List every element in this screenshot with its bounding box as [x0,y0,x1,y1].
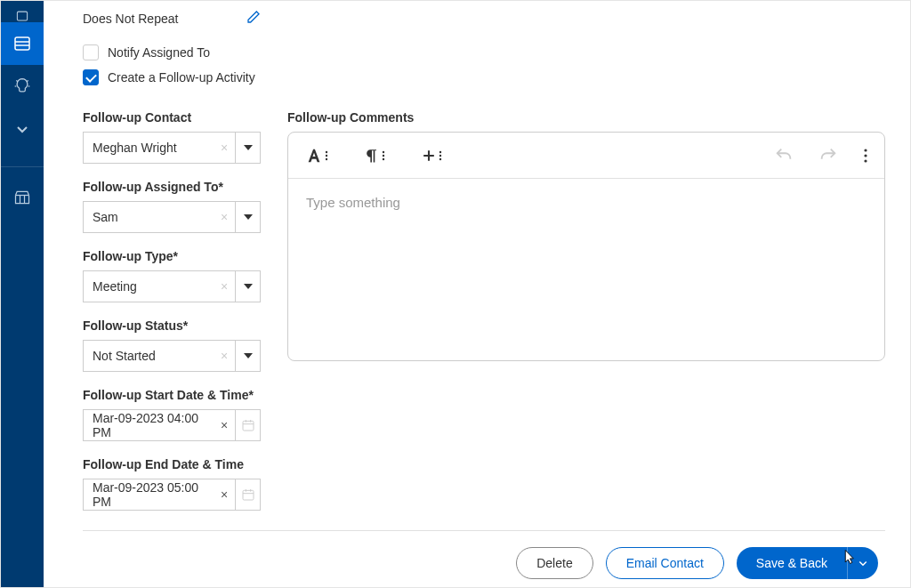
end-value: Mar-09-2023 05:00 PM [84,480,214,509]
clear-icon[interactable]: × [214,487,235,502]
more-icon[interactable] [863,148,868,164]
status-select[interactable]: Not Started × [83,340,261,372]
editor-toolbar [288,133,884,179]
save-dropdown-button[interactable] [848,547,878,579]
svg-point-21 [383,150,384,152]
end-datetime-input[interactable]: Mar-09-2023 05:00 PM × [83,479,261,511]
form-left-column: Follow-up Contact Meghan Wright × Follow… [83,110,261,527]
svg-point-30 [864,154,867,157]
svg-point-23 [383,157,384,159]
editor-placeholder: Type something [306,195,400,210]
chevron-down-icon[interactable] [235,133,260,163]
calendar-icon[interactable] [235,479,260,510]
sidebar-divider [1,166,44,167]
svg-rect-14 [243,490,254,500]
email-contact-button[interactable]: Email Contact [606,547,724,579]
chevron-down-icon[interactable] [235,341,260,371]
assigned-value: Sam [84,210,214,224]
svg-line-4 [16,80,18,82]
text-format-icon[interactable] [304,146,329,165]
nav-item-store[interactable] [1,176,44,219]
nav-item-top[interactable] [1,1,44,22]
type-label: Follow-up Type* [83,249,261,263]
app-frame: Does Not Repeat Notify Assigned To Creat… [0,0,911,588]
clear-icon[interactable]: × [214,418,235,432]
checkbox-unchecked-icon[interactable] [83,44,99,60]
paragraph-format-icon[interactable] [363,147,386,165]
calendar-icon[interactable] [235,410,260,440]
followup-checkbox-row[interactable]: Create a Follow-up Activity [83,69,885,85]
delete-button[interactable]: Delete [516,547,593,579]
clear-icon[interactable]: × [214,279,235,294]
svg-point-31 [864,159,867,162]
status-label: Follow-up Status* [83,318,261,333]
svg-point-26 [439,150,441,152]
editor-textarea[interactable]: Type something [288,179,884,360]
comments-label: Follow-up Comments [287,110,885,125]
type-select[interactable]: Meeting × [83,270,261,302]
notify-checkbox-row[interactable]: Notify Assigned To [83,44,885,60]
svg-point-20 [326,157,327,159]
svg-point-29 [864,149,867,151]
assigned-select[interactable]: Sam × [83,201,261,233]
svg-rect-10 [243,421,254,431]
checkbox-checked-icon[interactable] [83,69,99,85]
nav-sidebar [1,1,44,587]
footer-actions: Delete Email Contact Save & Back [83,531,885,579]
svg-rect-0 [17,12,27,20]
svg-point-28 [439,157,441,159]
form-right-column: Follow-up Comments [287,110,885,527]
nav-item-list[interactable] [1,22,44,65]
assigned-label: Follow-up Assigned To* [83,180,261,194]
contact-value: Meghan Wright [84,141,214,155]
status-value: Not Started [84,349,214,363]
clear-icon[interactable]: × [214,210,235,224]
svg-point-18 [326,150,327,152]
form-columns: Follow-up Contact Meghan Wright × Follow… [83,110,885,527]
contact-select[interactable]: Meghan Wright × [83,132,261,164]
redo-icon[interactable] [818,146,838,165]
followup-label: Create a Follow-up Activity [108,70,255,85]
start-label: Follow-up Start Date & Time* [83,388,261,402]
rich-text-editor: Type something [287,132,885,361]
insert-icon[interactable] [420,147,443,165]
nav-item-expand[interactable] [1,108,44,150]
svg-point-22 [383,154,384,156]
notify-label: Notify Assigned To [108,45,210,60]
type-value: Meeting [84,279,214,294]
svg-point-19 [326,154,327,156]
end-label: Follow-up End Date & Time [83,457,261,471]
save-back-split-button: Save & Back [737,547,878,579]
svg-line-5 [27,80,28,82]
chevron-down-icon[interactable] [235,271,260,302]
start-value: Mar-09-2023 04:00 PM [84,411,214,439]
contact-label: Follow-up Contact [83,110,261,125]
svg-rect-1 [15,37,29,50]
clear-icon[interactable]: × [214,349,235,363]
start-datetime-input[interactable]: Mar-09-2023 04:00 PM × [83,409,261,441]
svg-point-27 [439,154,441,156]
main-content: Does Not Repeat Notify Assigned To Creat… [44,1,910,587]
nav-item-ideas[interactable] [1,65,44,108]
chevron-down-icon[interactable] [235,202,260,232]
repeat-label: Does Not Repeat [83,12,178,26]
repeat-row: Does Not Repeat [83,10,261,27]
clear-icon[interactable]: × [214,141,235,155]
pencil-icon[interactable] [246,10,261,27]
undo-icon[interactable] [774,146,794,165]
save-back-button[interactable]: Save & Back [737,547,847,579]
